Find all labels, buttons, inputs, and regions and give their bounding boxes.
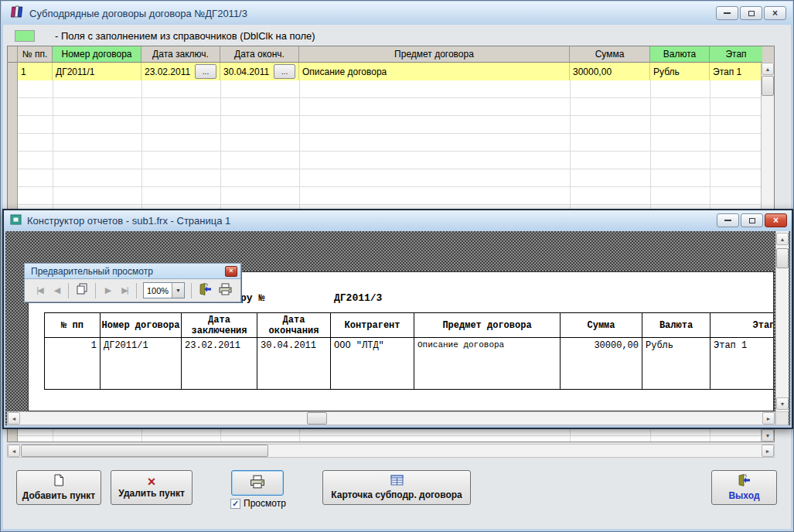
first-page-icon[interactable]: |◀ [31,285,48,295]
delete-item-label: Удалить пункт [118,488,185,499]
maximize-button[interactable] [740,6,762,20]
grid-hscroll-thumb[interactable] [21,445,268,457]
main-window: Субподрядные договоры договора №ДГ2011/3… [0,0,794,532]
rcol-amount: Сумма [560,312,642,338]
table-row[interactable]: 1 ДГ2011/1 23.02.2011 ... 30.04.2011 ...… [18,63,762,80]
scroll-right-icon[interactable]: ► [762,412,775,425]
scroll-up-icon[interactable]: ▲ [776,233,789,245]
exit-button[interactable]: Выход [711,470,777,505]
report-page-icon [10,214,22,228]
resize-grip[interactable] [775,411,789,425]
previous-page-icon[interactable]: ◀ [48,285,65,295]
rcol-date-end: Дата окончания [257,312,330,338]
report-data-row: 1 ДГ2011/1 23.02.2011 30.04.2011 ООО "ЛТ… [44,338,774,390]
green-field-swatch [15,30,35,42]
report-window: Конструктор отчетов - sub1.frx - Страниц… [2,209,793,429]
close-button[interactable]: × [764,6,786,20]
exit-label: Выход [728,490,759,501]
col-header-amount[interactable]: Сумма [570,46,650,63]
last-page-icon[interactable]: ▶| [116,285,133,295]
report-vscroll-thumb[interactable] [776,248,789,268]
main-window-title: Субподрядные договоры договора №ДГ2011/3 [29,8,247,19]
report-header-row: № пп Номер договора Дата заключения Дата… [44,312,774,338]
scroll-right-icon[interactable]: ► [762,445,774,457]
close-icon: × [773,216,779,225]
scroll-left-icon[interactable]: ◄ [8,412,20,425]
zoom-select[interactable]: 100% ▼ [143,282,185,298]
col-header-date-signed[interactable]: Дата заключ. [141,46,220,63]
report-window-title: Конструктор отчетов - sub1.frx - Страниц… [27,215,230,227]
report-table: № пп Номер договора Дата заключения Дата… [44,312,774,390]
report-maximize-button[interactable] [741,213,763,227]
preview-toolbar-title: Предварительный просмотр [31,266,225,277]
grid-indicator-header [8,46,18,63]
date-end-picker-button[interactable]: ... [274,64,295,79]
preview-toolbar: Предварительный просмотр × |◀ ◀ ▶ [24,263,241,302]
col-header-date-end[interactable]: Дата оконч. [220,46,299,63]
scroll-down-icon[interactable]: ▼ [776,397,789,410]
scroll-up-icon[interactable]: ▲ [762,63,774,75]
maximize-icon [749,218,755,223]
print-icon[interactable] [215,283,235,298]
col-header-contract-number[interactable]: Номер договора [53,46,141,63]
minimize-icon [724,10,731,14]
col-header-currency[interactable]: Валюта [650,46,710,63]
rcol-date-signed: Дата заключения [181,312,257,338]
cell-contract-number[interactable]: ДГ2011/1 [53,63,141,80]
report-close-button[interactable]: × [765,213,787,227]
cell-date-end[interactable]: 30.04.2011 ... [220,63,299,80]
delete-x-icon: × [148,477,156,486]
cell-amount[interactable]: 30000,00 [570,63,650,80]
print-button[interactable] [231,470,284,496]
scroll-left-icon[interactable]: ◄ [8,445,20,457]
close-icon: × [772,9,778,18]
report-hscroll-thumb[interactable] [307,412,327,425]
report-horizontal-scrollbar[interactable]: ◄ ► [7,411,775,425]
col-header-num[interactable]: № пп. [18,46,53,63]
exit-preview-icon[interactable] [195,283,215,298]
rcol-counterparty: Контрагент [330,312,414,338]
delete-item-button[interactable]: × Удалить пункт [111,470,193,505]
preview-checkbox-row[interactable]: ✓ Просмотр [230,498,286,509]
grid-horizontal-scrollbar[interactable]: ◄ ► [7,444,775,458]
checkbox-checked-icon[interactable]: ✓ [230,499,240,509]
cell-date-signed[interactable]: 23.02.2011 ... [141,63,220,80]
card-table-icon [390,475,404,488]
legend-text: - Поля с заполнением из справочников (Db… [55,30,315,42]
rcol-currency: Валюта [642,312,710,338]
printer-icon [249,475,266,491]
report-minimize-button[interactable] [717,213,739,227]
add-item-label: Добавить пункт [22,490,96,501]
cell-currency[interactable]: Рубль [650,63,710,80]
app-books-icon [9,5,24,21]
legend: - Поля с заполнением из справочников (Db… [15,30,315,42]
preview-workspace: Субподрядные договоры к договору № ДГ201… [5,231,790,425]
report-vertical-scrollbar[interactable]: ▲ ▼ [775,231,789,411]
preview-toolbar-titlebar[interactable]: Предварительный просмотр × [25,264,240,279]
next-page-icon[interactable]: ▶ [99,285,116,295]
main-titlebar: Субподрядные договоры договора №ДГ2011/3 [2,2,792,25]
cell-stage[interactable]: Этап 1 [710,63,762,80]
date-signed-picker-button[interactable]: ... [195,64,216,79]
exit-door-icon [737,474,751,489]
cell-num[interactable]: 1 [18,63,53,80]
add-item-button[interactable]: Добавить пункт [16,470,101,505]
report-titlebar: Конструктор отчетов - sub1.frx - Страниц… [4,210,792,231]
grid-vscroll-thumb[interactable] [762,76,774,96]
minimize-icon [724,217,731,221]
chevron-down-icon[interactable]: ▼ [172,283,184,298]
subcontract-card-label: Карточка субподр. договора [331,489,462,500]
pages-icon[interactable] [72,283,92,298]
minimize-button[interactable] [716,6,738,20]
zoom-value: 100% [144,286,172,295]
cell-subject[interactable]: Описание договора [299,63,570,80]
preview-close-button[interactable]: × [225,266,237,277]
scroll-down-icon[interactable]: ▼ [762,429,774,442]
rcol-contract-number: Номер договора [100,312,181,338]
maximize-icon [748,11,755,16]
col-header-stage[interactable]: Этап [710,46,762,63]
report-contract-number: ДГ2011/3 [334,292,382,304]
subcontract-card-button[interactable]: Карточка субподр. договора [322,470,471,505]
grid-header-row: № пп. Номер договора Дата заключ. Дата о… [8,46,774,63]
col-header-subject[interactable]: Предмет договора [299,46,570,63]
